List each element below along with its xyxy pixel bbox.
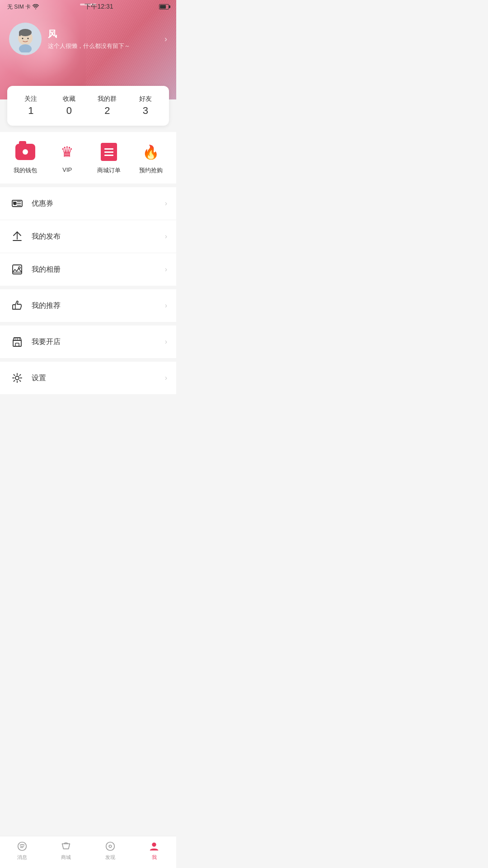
svg-rect-25 bbox=[15, 343, 19, 346]
recommend-icon bbox=[9, 297, 25, 314]
sim-label: 无 SIM 卡 bbox=[7, 3, 31, 11]
stat-friends-value: 3 bbox=[127, 105, 165, 117]
stat-group-label: 我的群 bbox=[88, 95, 127, 103]
profile-bio: 这个人很懒，什么都没有留下～ bbox=[48, 42, 164, 50]
recommend-text: 我的推荐 bbox=[32, 301, 165, 311]
svg-text:¥: ¥ bbox=[13, 201, 16, 205]
flash-icon-wrap: 🔥 bbox=[140, 141, 162, 163]
wallet-icon bbox=[15, 144, 35, 160]
action-order[interactable]: 商城订单 bbox=[88, 141, 130, 175]
profile-edit-arrow[interactable]: › bbox=[164, 34, 167, 44]
menu-item-coupon[interactable]: ¥ 优惠券 › bbox=[0, 187, 176, 220]
openstore-text: 我要开店 bbox=[32, 337, 165, 347]
stat-follow[interactable]: 关注 1 bbox=[12, 95, 50, 117]
svg-point-26 bbox=[15, 376, 19, 380]
action-flash[interactable]: 🔥 预约抢购 bbox=[130, 141, 172, 175]
status-right bbox=[159, 4, 169, 9]
wifi-icon bbox=[33, 4, 39, 9]
svg-rect-2 bbox=[19, 32, 21, 36]
settings-icon bbox=[9, 370, 25, 386]
stat-friends-label: 好友 bbox=[127, 95, 165, 103]
status-left: 无 SIM 卡 bbox=[7, 3, 39, 11]
store-icon bbox=[9, 334, 25, 350]
publish-arrow: › bbox=[165, 232, 167, 241]
stat-collect-value: 0 bbox=[50, 105, 89, 117]
svg-line-14 bbox=[14, 232, 17, 236]
crown-icon: ♛ bbox=[61, 145, 74, 159]
profile-info: 风 这个人很懒，什么都没有留下～ bbox=[48, 28, 164, 50]
svg-line-13 bbox=[17, 232, 21, 236]
stat-group-value: 2 bbox=[88, 105, 127, 117]
coupon-text: 优惠券 bbox=[32, 199, 165, 208]
profile-section[interactable]: 风 这个人很懒，什么都没有留下～ › bbox=[0, 23, 176, 55]
svg-point-1 bbox=[19, 29, 32, 36]
svg-point-19 bbox=[19, 267, 20, 269]
avatar-image bbox=[12, 25, 39, 52]
order-label: 商城订单 bbox=[97, 166, 121, 175]
settings-text: 设置 bbox=[32, 373, 165, 383]
menu-item-album[interactable]: 我的相册 › bbox=[0, 253, 176, 286]
status-bar: 无 SIM 卡 下午12:31 bbox=[0, 0, 176, 14]
menu-section-1: ¥ 优惠券 › 我的发布 › 我的相册 › bbox=[0, 187, 176, 286]
menu-item-recommend[interactable]: 我的推荐 › bbox=[0, 289, 176, 322]
stat-follow-value: 1 bbox=[12, 105, 50, 117]
publish-icon bbox=[9, 228, 25, 245]
menu-section-4: 设置 › bbox=[0, 362, 176, 394]
status-time: 下午12:31 bbox=[84, 3, 113, 11]
vip-icon-wrap: ♛ bbox=[56, 141, 78, 163]
settings-arrow: › bbox=[165, 374, 167, 382]
stat-group[interactable]: 我的群 2 bbox=[88, 95, 127, 117]
fire-icon: 🔥 bbox=[142, 144, 159, 160]
svg-point-5 bbox=[19, 44, 32, 52]
openstore-arrow: › bbox=[165, 338, 167, 346]
stat-friends[interactable]: 好友 3 bbox=[127, 95, 165, 117]
menu-item-openstore[interactable]: 我要开店 › bbox=[0, 326, 176, 358]
menu-item-settings[interactable]: 设置 › bbox=[0, 362, 176, 394]
svg-point-4 bbox=[28, 38, 29, 39]
stat-collect[interactable]: 收藏 0 bbox=[50, 95, 89, 117]
album-icon bbox=[9, 261, 25, 278]
menu-section-3: 我要开店 › bbox=[0, 326, 176, 358]
stat-collect-label: 收藏 bbox=[50, 95, 89, 103]
vip-label: VIP bbox=[62, 166, 72, 173]
stat-follow-label: 关注 bbox=[12, 95, 50, 103]
album-arrow: › bbox=[165, 265, 167, 274]
avatar[interactable] bbox=[9, 23, 42, 55]
menu-item-publish[interactable]: 我的发布 › bbox=[0, 220, 176, 253]
album-text: 我的相册 bbox=[32, 265, 165, 274]
order-icon-wrap bbox=[98, 141, 120, 163]
wallet-icon-wrap bbox=[14, 141, 36, 163]
action-wallet[interactable]: 我的钱包 bbox=[5, 141, 47, 175]
svg-rect-17 bbox=[13, 265, 22, 274]
stats-card: 关注 1 收藏 0 我的群 2 好友 3 bbox=[7, 86, 169, 126]
coupon-icon: ¥ bbox=[9, 195, 25, 212]
wallet-label: 我的钱包 bbox=[14, 166, 37, 175]
quick-actions: 我的钱包 ♛ VIP 商城订单 🔥 预约抢购 bbox=[0, 132, 176, 184]
flash-label: 预约抢购 bbox=[139, 166, 163, 175]
profile-name: 风 bbox=[48, 28, 164, 40]
hero-section: 风 这个人很懒，什么都没有留下～ › bbox=[0, 0, 176, 99]
order-icon bbox=[101, 143, 117, 161]
coupon-arrow: › bbox=[165, 199, 167, 208]
action-vip[interactable]: ♛ VIP bbox=[47, 141, 89, 175]
svg-point-3 bbox=[22, 38, 23, 39]
battery-icon bbox=[159, 4, 169, 9]
recommend-arrow: › bbox=[165, 302, 167, 310]
menu-section-2: 我的推荐 › bbox=[0, 289, 176, 322]
publish-text: 我的发布 bbox=[32, 232, 165, 241]
